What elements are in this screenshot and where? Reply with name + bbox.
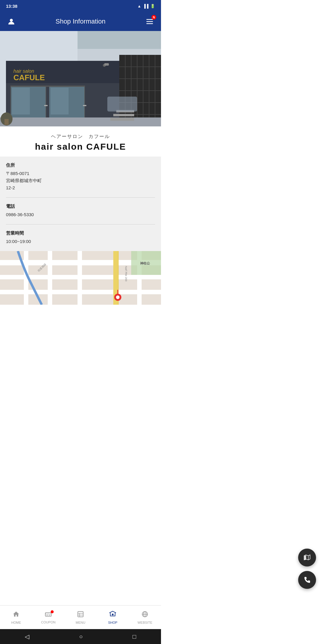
svg-rect-19 xyxy=(83,105,86,106)
svg-rect-1 xyxy=(146,19,153,20)
svg-text:CAFULE: CAFULE xyxy=(13,73,45,82)
shop-name-section: ヘアーサロン カフール hair salon CAFULE xyxy=(0,126,161,157)
svg-rect-42 xyxy=(107,97,137,112)
svg-rect-37 xyxy=(110,118,134,121)
menu-button[interactable]: N xyxy=(144,16,155,27)
content-area: hair salon CAFULE xyxy=(0,31,161,346)
notification-badge: N xyxy=(151,15,156,20)
header: Shop Information N xyxy=(0,12,161,31)
svg-rect-48 xyxy=(48,251,52,305)
svg-rect-21 xyxy=(51,88,69,114)
svg-text:Nat'l Rte 269: Nat'l Rte 269 xyxy=(125,266,128,281)
svg-rect-49 xyxy=(78,251,82,305)
svg-rect-20 xyxy=(12,88,30,114)
phone-value: 0986-36-5330 xyxy=(6,211,155,218)
wifi-icon: ▲ xyxy=(137,4,141,8)
shop-image: hair salon CAFULE xyxy=(0,31,161,126)
svg-rect-36 xyxy=(113,114,134,116)
header-title: Shop Information xyxy=(17,18,144,25)
svg-rect-34 xyxy=(0,117,161,126)
svg-rect-41 xyxy=(104,63,109,66)
address-label: 住所 xyxy=(6,162,155,168)
hours-row: 営業時間 10:00~19:00 xyxy=(6,225,155,251)
svg-point-58 xyxy=(116,295,120,299)
info-card: 住所 〒885-0071 宮崎県都城市中町 12-2 電話 0986-36-53… xyxy=(0,157,161,251)
svg-text:神柱公: 神柱公 xyxy=(140,261,150,265)
battery-icon: 🔋 xyxy=(150,4,155,8)
phone-row: 電話 0986-36-5330 xyxy=(6,198,155,225)
svg-rect-39 xyxy=(4,119,9,125)
svg-rect-2 xyxy=(146,21,153,22)
shop-name-japanese: ヘアーサロン カフール xyxy=(5,134,156,140)
phone-label: 電話 xyxy=(6,204,155,209)
address-value: 〒885-0071 宮崎県都城市中町 12-2 xyxy=(6,170,155,191)
status-bar: 13:38 ▲ ▐▐ 🔋 xyxy=(0,0,161,12)
svg-rect-17 xyxy=(10,86,85,87)
status-icons: ▲ ▐▐ 🔋 xyxy=(137,4,155,8)
signal-icon: ▐▐ xyxy=(143,4,148,8)
status-time: 13:38 xyxy=(6,4,17,9)
svg-rect-18 xyxy=(44,105,48,106)
shop-name-english: hair salon CAFULE xyxy=(5,142,156,152)
profile-button[interactable] xyxy=(6,16,17,27)
svg-rect-3 xyxy=(146,23,153,24)
address-row: 住所 〒885-0071 宮崎県都城市中町 12-2 xyxy=(6,157,155,198)
svg-point-0 xyxy=(10,19,13,22)
hours-value: 10:00~19:00 xyxy=(6,238,155,245)
map-section[interactable]: 街道路線 Nat'l Rte 269 神柱公 xyxy=(0,251,161,305)
hours-label: 営業時間 xyxy=(6,230,155,236)
